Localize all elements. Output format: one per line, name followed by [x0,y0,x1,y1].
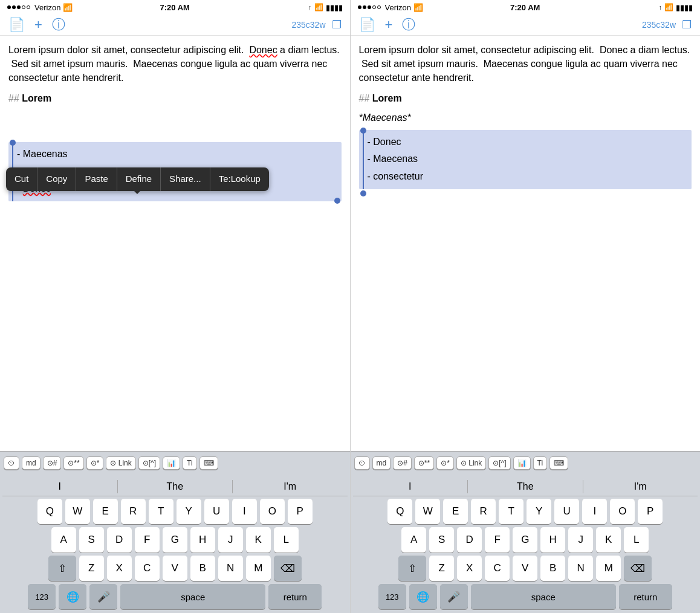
key-mic-right[interactable]: 🎤 [440,584,468,609]
right-kb-footnote-btn[interactable]: ⊙[^] [488,456,510,470]
key-space-right[interactable]: space [471,584,616,609]
key-f-left[interactable]: F [135,527,160,553]
key-space-left[interactable]: space [120,584,265,609]
key-v-left[interactable]: V [163,556,187,581]
key-o-left[interactable]: O [260,499,285,524]
key-a-left[interactable]: A [51,527,76,553]
key-h-right[interactable]: H [540,527,565,553]
key-y-left[interactable]: Y [177,499,201,524]
cut-button[interactable]: Cut [6,167,37,191]
key-s-left[interactable]: S [79,527,104,553]
key-p-left[interactable]: P [288,499,313,524]
key-d-right[interactable]: D [457,527,482,553]
key-y-right[interactable]: Y [527,499,551,524]
expand-icon[interactable]: ❐ [332,18,342,31]
key-p-right[interactable]: P [638,499,663,524]
key-t-left[interactable]: T [149,499,173,524]
define-button[interactable]: Define [117,167,161,191]
telookup-button[interactable]: Te:Lookup [210,167,269,191]
right-kb-clock-btn[interactable]: ⏲ [354,456,370,470]
copy-button[interactable]: Copy [37,167,76,191]
key-x-left[interactable]: X [107,556,132,581]
kb-footnote-btn[interactable]: ⊙[^] [138,456,160,470]
key-a-right[interactable]: A [401,527,426,553]
key-j-left[interactable]: J [218,527,243,553]
right-kb-ti-btn[interactable]: Ti [533,456,548,470]
key-n-right[interactable]: N [568,556,593,581]
key-t-right[interactable]: T [499,499,523,524]
right-kb-chart-btn[interactable]: 📊 [513,456,531,470]
right-kb-hash-btn[interactable]: ⊙# [393,456,412,470]
key-m-right[interactable]: M [596,556,621,581]
key-m-left[interactable]: M [246,556,271,581]
key-c-right[interactable]: C [485,556,510,581]
key-v-right[interactable]: V [513,556,537,581]
key-i-right[interactable]: I [582,499,607,524]
key-f-right[interactable]: F [485,527,510,553]
key-z-right[interactable]: Z [429,556,454,581]
key-c-left[interactable]: C [135,556,160,581]
key-n-left[interactable]: N [218,556,243,581]
key-w-right[interactable]: W [415,499,440,524]
key-r-left[interactable]: R [121,499,146,524]
key-e-left[interactable]: E [93,499,118,524]
right-kb-italic-btn[interactable]: ⊙* [436,456,454,470]
kb-md-btn[interactable]: md [22,456,41,470]
key-l-left[interactable]: L [274,527,299,553]
key-return-left[interactable]: return [268,584,322,609]
kb-hash-btn[interactable]: ⊙# [43,456,62,470]
key-o-right[interactable]: O [610,499,635,524]
right-doc-icon[interactable]: 📄 [359,18,375,31]
key-delete-left[interactable]: ⌫ [274,556,302,581]
doc-icon[interactable]: 📄 [8,18,25,31]
key-b-left[interactable]: B [190,556,215,581]
suggestion-the-right[interactable]: The [468,480,583,493]
key-k-right[interactable]: K [596,527,621,553]
kb-keyboard-hide-btn[interactable]: ⌨ [199,456,218,470]
kb-clock-btn[interactable]: ⏲ [4,456,19,470]
key-s-right[interactable]: S [429,527,454,553]
key-shift-left[interactable]: ⇧ [48,556,76,581]
paste-button[interactable]: Paste [76,167,117,191]
kb-chart-btn[interactable]: 📊 [163,456,180,470]
suggestion-the-left[interactable]: The [118,480,233,493]
suggestion-im-right[interactable]: I'm [583,480,698,493]
suggestion-i-right[interactable]: I [353,480,468,493]
key-delete-right[interactable]: ⌫ [624,556,652,581]
key-l-right[interactable]: L [624,527,649,553]
kb-link-btn[interactable]: ⊙ Link [106,456,135,470]
right-kb-link-btn[interactable]: ⊙ Link [456,456,486,470]
key-b-right[interactable]: B [540,556,565,581]
key-e-right[interactable]: E [443,499,468,524]
key-q-right[interactable]: Q [387,499,412,524]
key-123-right[interactable]: 123 [378,584,406,609]
share-button[interactable]: Share... [161,167,210,191]
key-h-left[interactable]: H [190,527,215,553]
key-g-right[interactable]: G [513,527,537,553]
key-r-right[interactable]: R [471,499,496,524]
key-globe-left[interactable]: 🌐 [59,584,86,609]
key-u-right[interactable]: U [554,499,579,524]
right-kb-bold-btn[interactable]: ⊙** [414,456,434,470]
key-globe-right[interactable]: 🌐 [409,584,437,609]
suggestion-i-left[interactable]: I [2,480,118,493]
right-expand-icon[interactable]: ❐ [682,18,692,31]
right-kb-keyboard-hide-btn[interactable]: ⌨ [549,456,568,470]
key-shift-right[interactable]: ⇧ [398,556,426,581]
key-g-left[interactable]: G [163,527,187,553]
add-icon[interactable]: + [34,18,42,31]
key-z-left[interactable]: Z [79,556,104,581]
kb-ti-btn[interactable]: Ti [183,456,197,470]
key-mic-left[interactable]: 🎤 [89,584,117,609]
suggestion-im-left[interactable]: I'm [233,480,348,493]
key-q-left[interactable]: Q [37,499,62,524]
right-info-icon[interactable]: ⓘ [402,18,415,31]
right-add-icon[interactable]: + [385,18,393,31]
right-kb-md-btn[interactable]: md [372,456,391,470]
kb-bold-btn[interactable]: ⊙** [63,456,83,470]
key-w-left[interactable]: W [65,499,90,524]
key-x-right[interactable]: X [457,556,482,581]
info-icon[interactable]: ⓘ [52,18,65,31]
kb-italic-btn[interactable]: ⊙* [86,456,104,470]
key-k-left[interactable]: K [246,527,271,553]
